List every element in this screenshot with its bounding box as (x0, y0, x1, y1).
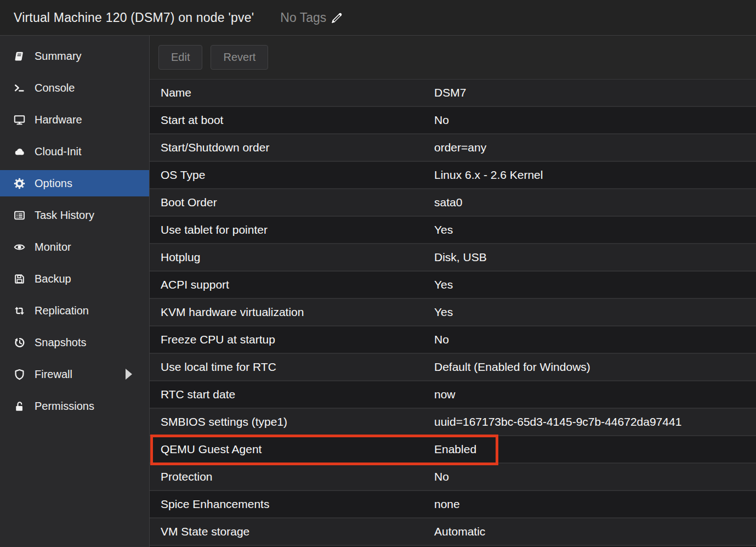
option-label: OS Type (150, 168, 434, 182)
content-panel: Edit Revert Name DSM7 Start at boot No S… (150, 36, 756, 547)
edit-button[interactable]: Edit (158, 45, 202, 70)
sidebar-item-label: Backup (35, 273, 71, 285)
sidebar-item-label: Task History (35, 209, 94, 222)
options-table: Name DSM7 Start at boot No Start/Shutdow… (150, 79, 756, 547)
option-label: Use local time for RTC (150, 360, 434, 374)
option-label: Freeze CPU at startup (150, 333, 434, 346)
sidebar-item-label: Firewall (35, 368, 72, 381)
revert-button[interactable]: Revert (211, 45, 268, 70)
floppy-icon (13, 273, 25, 285)
option-label: KVM hardware virtualization (150, 306, 434, 319)
sidebar-item-snapshots[interactable]: Snapshots (0, 329, 149, 356)
option-value: Enabled (434, 443, 756, 456)
option-label: Protection (150, 470, 434, 483)
option-label: RTC start date (150, 388, 434, 401)
sidebar-item-label: Replication (35, 304, 89, 317)
table-row[interactable]: SMBIOS settings (type1) uuid=167173bc-65… (150, 409, 756, 436)
option-label: ACPI support (150, 278, 434, 291)
retweet-icon (13, 305, 25, 317)
sidebar-item-label: Cloud-Init (35, 145, 82, 158)
option-label: Start/Shutdown order (150, 141, 434, 154)
option-value: now (434, 388, 756, 401)
page-header: Virtual Machine 120 (DSM7) on node 'pve'… (0, 0, 756, 36)
table-row[interactable]: QEMU Guest Agent Enabled (150, 436, 756, 464)
eye-icon (13, 241, 25, 253)
page-title: Virtual Machine 120 (DSM7) on node 'pve' (14, 10, 254, 25)
option-label: VM State storage (150, 525, 434, 538)
table-row[interactable]: RTC start date now (150, 381, 756, 409)
table-row[interactable]: KVM hardware virtualization Yes (150, 299, 756, 326)
sidebar-item-options[interactable]: Options (0, 170, 149, 196)
option-value: No (434, 333, 756, 346)
sidebar-item-label: Summary (35, 50, 82, 63)
option-value: Yes (434, 278, 756, 291)
option-value: sata0 (434, 196, 756, 209)
sidebar-item-task-history[interactable]: Task History (0, 202, 149, 228)
option-value: Disk, USB (434, 251, 756, 264)
table-row[interactable]: Protection No (150, 464, 756, 491)
sidebar-item-label: Console (35, 82, 75, 94)
sidebar-item-cloud-init[interactable]: Cloud-Init (0, 138, 149, 165)
sidebar-item-summary[interactable]: Summary (0, 43, 149, 69)
table-row[interactable]: Freeze CPU at startup No (150, 326, 756, 354)
desktop-icon (13, 114, 25, 126)
table-row[interactable]: VM State storage Automatic (150, 518, 756, 546)
sidebar-item-firewall[interactable]: Firewall (0, 361, 149, 387)
toolbar: Edit Revert (150, 36, 756, 79)
sidebar-item-label: Options (35, 177, 72, 190)
sidebar-item-label: Hardware (35, 114, 82, 126)
terminal-icon (13, 82, 25, 94)
table-row[interactable]: OS Type Linux 6.x - 2.6 Kernel (150, 162, 756, 189)
option-value: Default (Enabled for Windows) (434, 360, 756, 374)
option-value: uuid=167173bc-65d3-4145-9c7b-44672da9744… (434, 415, 756, 428)
unlock-icon (13, 401, 25, 412)
sidebar-item-hardware[interactable]: Hardware (0, 106, 149, 133)
pencil-icon[interactable] (330, 11, 344, 25)
sidebar-item-backup[interactable]: Backup (0, 266, 149, 292)
sidebar: Summary Console Hardware Cloud-Init Opti… (0, 36, 150, 547)
option-value: DSM7 (434, 86, 756, 99)
caret-right-icon (126, 369, 132, 380)
option-label: Spice Enhancements (150, 498, 434, 511)
option-value: No (434, 470, 756, 483)
book-icon (13, 50, 25, 62)
option-value: No (434, 114, 756, 127)
option-value: Linux 6.x - 2.6 Kernel (434, 168, 756, 182)
sidebar-item-permissions[interactable]: Permissions (0, 393, 149, 419)
list-icon (13, 210, 25, 221)
table-row[interactable]: Hotplug Disk, USB (150, 244, 756, 272)
tags-label: No Tags (280, 10, 326, 25)
shield-icon (13, 369, 25, 380)
option-value: none (434, 498, 756, 511)
sidebar-item-replication[interactable]: Replication (0, 297, 149, 324)
option-label: Boot Order (150, 196, 434, 209)
sidebar-item-label: Permissions (35, 400, 94, 413)
option-label: Hotplug (150, 251, 434, 264)
option-value: Yes (434, 223, 756, 236)
app-body: Summary Console Hardware Cloud-Init Opti… (0, 36, 756, 547)
table-row[interactable]: Use tablet for pointer Yes (150, 217, 756, 244)
table-row[interactable]: Start at boot No (150, 107, 756, 134)
option-label: Name (150, 86, 434, 99)
option-value: Automatic (434, 525, 756, 538)
table-row[interactable]: Use local time for RTC Default (Enabled … (150, 354, 756, 381)
option-value: order=any (434, 141, 756, 154)
gear-icon (13, 178, 25, 189)
table-row[interactable]: Boot Order sata0 (150, 189, 756, 217)
option-label: Start at boot (150, 114, 434, 127)
option-value: Yes (434, 306, 756, 319)
option-label: Use tablet for pointer (150, 223, 434, 236)
option-label: SMBIOS settings (type1) (150, 415, 434, 428)
table-row[interactable]: Start/Shutdown order order=any (150, 134, 756, 162)
table-row[interactable]: ACPI support Yes (150, 272, 756, 299)
sidebar-item-label: Monitor (35, 241, 71, 253)
sidebar-item-monitor[interactable]: Monitor (0, 234, 149, 260)
history-icon (13, 337, 25, 348)
sidebar-item-console[interactable]: Console (0, 75, 149, 101)
table-row[interactable]: Spice Enhancements none (150, 491, 756, 518)
table-row[interactable]: Name DSM7 (150, 80, 756, 107)
cloud-icon (13, 146, 25, 157)
option-label: QEMU Guest Agent (150, 443, 434, 456)
sidebar-item-label: Snapshots (35, 336, 87, 349)
